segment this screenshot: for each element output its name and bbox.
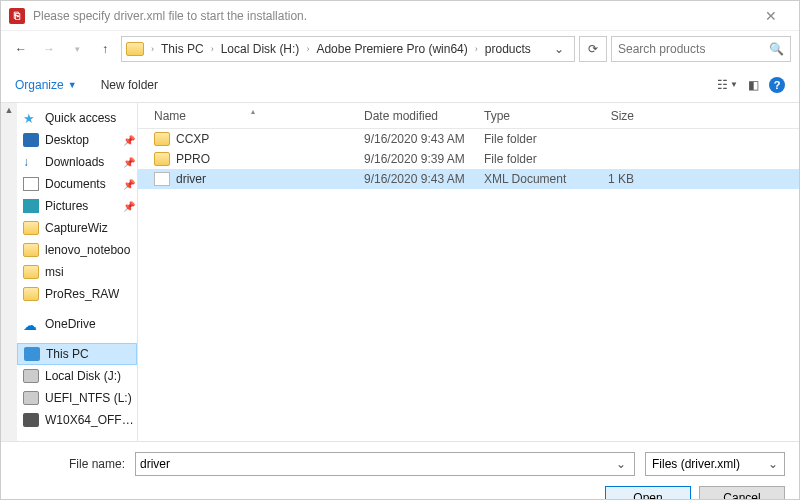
help-button[interactable]: ?: [769, 77, 785, 93]
back-button[interactable]: ←: [9, 37, 33, 61]
sidebar-item-label: Local Disk (J:): [45, 369, 121, 383]
file-type-filter[interactable]: Files (driver.xml) ⌄: [645, 452, 785, 476]
sidebar-item-label: UEFI_NTFS (L:): [45, 391, 132, 405]
sidebar-item-label: CaptureWiz: [45, 221, 108, 235]
forward-button[interactable]: →: [37, 37, 61, 61]
address-dropdown[interactable]: ⌄: [548, 42, 570, 56]
fold-icon: [23, 221, 39, 235]
pin-icon: 📌: [123, 179, 135, 190]
file-type: File folder: [476, 132, 572, 146]
sidebar-item[interactable]: Documents📌: [17, 173, 137, 195]
search-icon[interactable]: 🔍: [769, 42, 784, 56]
file-date: 9/16/2020 9:43 AM: [356, 132, 476, 146]
details-view-icon: ☷: [717, 78, 728, 92]
preview-icon: ◧: [748, 78, 759, 92]
fold-icon: [154, 132, 170, 146]
sidebar-item[interactable]: W10X64_OFF19_E: [17, 409, 137, 431]
filename-dropdown[interactable]: ⌄: [612, 457, 630, 471]
sidebar-item[interactable]: This PC: [17, 343, 137, 365]
fold-icon: [23, 243, 39, 257]
new-folder-button[interactable]: New folder: [101, 78, 158, 92]
doc-icon: [23, 177, 39, 191]
main-area: ▲ Quick accessDesktop📌Downloads📌Document…: [1, 103, 799, 441]
breadcrumb-item[interactable]: Local Disk (H:): [217, 42, 304, 56]
organize-menu[interactable]: Organize▼: [15, 78, 77, 92]
file-row[interactable]: driver9/16/2020 9:43 AMXML Document1 KB: [138, 169, 799, 189]
sidebar-item[interactable]: Network: [17, 439, 137, 441]
sidebar-scrollbar[interactable]: ▲: [1, 103, 17, 441]
search-input[interactable]: [618, 42, 769, 56]
chevron-right-icon[interactable]: ›: [210, 44, 215, 54]
sidebar-item-label: Documents: [45, 177, 106, 191]
bottom-panel: File name: ⌄ Files (driver.xml) ⌄ Open C…: [1, 441, 799, 500]
window-title: Please specify driver.xml file to start …: [33, 9, 751, 23]
preview-pane-button[interactable]: ◧: [748, 78, 759, 92]
column-date[interactable]: Date modified: [356, 109, 476, 123]
column-headers: Name Date modified Type Size: [138, 103, 799, 129]
chevron-right-icon[interactable]: ›: [305, 44, 310, 54]
sidebar-item-label: Desktop: [45, 133, 89, 147]
chevron-right-icon[interactable]: ›: [474, 44, 479, 54]
sidebar-item[interactable]: OneDrive: [17, 313, 137, 335]
sidebar-item[interactable]: Pictures📌: [17, 195, 137, 217]
view-options-button[interactable]: ☷▼: [717, 78, 738, 92]
close-button[interactable]: ✕: [751, 8, 791, 24]
file-row[interactable]: PPRO9/16/2020 9:39 AMFile folder: [138, 149, 799, 169]
column-type[interactable]: Type: [476, 109, 572, 123]
sidebar-item-label: Pictures: [45, 199, 88, 213]
filename-label: File name:: [15, 457, 125, 471]
sidebar-item[interactable]: Downloads📌: [17, 151, 137, 173]
sidebar-item-label: This PC: [46, 347, 89, 361]
pin-icon: 📌: [123, 157, 135, 168]
search-box[interactable]: 🔍: [611, 36, 791, 62]
sidebar-item-label: OneDrive: [45, 317, 96, 331]
open-button[interactable]: Open: [605, 486, 691, 500]
refresh-button[interactable]: ⟳: [579, 36, 607, 62]
sidebar-item[interactable]: lenovo_noteboo: [17, 239, 137, 261]
pin-icon: 📌: [123, 135, 135, 146]
sidebar-item[interactable]: Local Disk (J:): [17, 365, 137, 387]
sidebar-item[interactable]: Desktop📌: [17, 129, 137, 151]
folder-icon: [126, 42, 144, 56]
file-date: 9/16/2020 9:39 AM: [356, 152, 476, 166]
chevron-down-icon: ⌄: [768, 457, 778, 471]
file-row[interactable]: CCXP9/16/2020 9:43 AMFile folder: [138, 129, 799, 149]
disk-icon: [23, 391, 39, 405]
filename-input[interactable]: [140, 457, 612, 471]
recent-dropdown[interactable]: ▾: [65, 37, 89, 61]
sidebar-item-label: lenovo_noteboo: [45, 243, 130, 257]
sidebar-item[interactable]: UEFI_NTFS (L:): [17, 387, 137, 409]
file-size: 1 KB: [572, 172, 642, 186]
scroll-up-icon[interactable]: ▲: [5, 103, 14, 117]
chevron-down-icon: ▼: [68, 80, 77, 90]
column-name[interactable]: Name: [146, 109, 356, 123]
breadcrumb-item[interactable]: Adobe Premiere Pro (win64): [312, 42, 471, 56]
fold-icon: [23, 265, 39, 279]
file-type: File folder: [476, 152, 572, 166]
pc-icon: [24, 347, 40, 361]
column-size[interactable]: Size: [572, 109, 642, 123]
file-name: CCXP: [176, 132, 209, 146]
xml-icon: [154, 172, 170, 186]
dl-icon: [23, 155, 39, 169]
breadcrumb-item[interactable]: products: [481, 42, 535, 56]
breadcrumb-item[interactable]: This PC: [157, 42, 208, 56]
sidebar-item[interactable]: Quick access: [17, 107, 137, 129]
sidebar-item[interactable]: ProRes_RAW: [17, 283, 137, 305]
cloud-icon: [23, 317, 39, 331]
cancel-button[interactable]: Cancel: [699, 486, 785, 500]
fold-icon: [23, 287, 39, 301]
toolbar: Organize▼ New folder ☷▼ ◧ ?: [1, 67, 799, 103]
sidebar-item[interactable]: msi: [17, 261, 137, 283]
sidebar-item[interactable]: CaptureWiz: [17, 217, 137, 239]
chevron-right-icon[interactable]: ›: [150, 44, 155, 54]
sidebar-item-label: W10X64_OFF19_E: [45, 413, 137, 427]
up-button[interactable]: ↑: [93, 37, 117, 61]
address-bar[interactable]: › This PC › Local Disk (H:) › Adobe Prem…: [121, 36, 575, 62]
file-type: XML Document: [476, 172, 572, 186]
sidebar-item-label: Downloads: [45, 155, 104, 169]
fold-icon: [154, 152, 170, 166]
filename-combo[interactable]: ⌄: [135, 452, 635, 476]
file-list-pane: Name Date modified Type Size CCXP9/16/20…: [138, 103, 799, 441]
desktop-icon: [23, 133, 39, 147]
